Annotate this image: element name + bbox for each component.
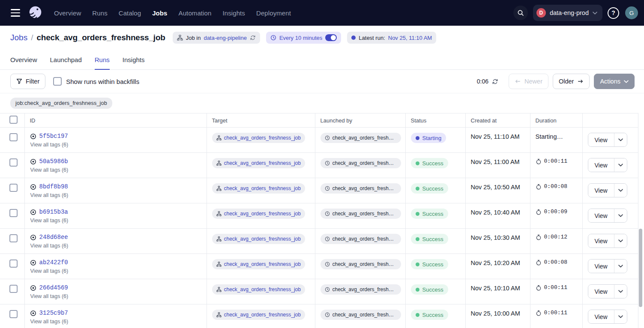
newer-button[interactable]: Newer <box>509 74 548 89</box>
row-checkbox[interactable] <box>9 209 18 217</box>
nav-item-catalog[interactable]: Catalog <box>119 9 141 17</box>
target-name: check_avg_orders_freshness_job <box>224 211 301 217</box>
target-name: check_avg_orders_freshness_job <box>224 312 301 318</box>
runs-table-area: ID Target Launched by Status Created at … <box>0 113 644 328</box>
table-header-row: ID Target Launched by Status Created at … <box>0 113 638 128</box>
tab-overview[interactable]: Overview <box>10 56 37 70</box>
view-all-tags-link[interactable]: View all tags (6) <box>30 218 202 224</box>
view-dropdown-button[interactable] <box>614 234 627 247</box>
show-backfills-checkbox[interactable] <box>53 77 62 86</box>
nav-item-jobs[interactable]: Jobs <box>152 9 167 17</box>
hamburger-menu-icon[interactable] <box>7 4 24 21</box>
view-dropdown-button[interactable] <box>614 158 627 172</box>
target-pill[interactable]: check_avg_orders_freshness_job <box>212 284 305 295</box>
row-checkbox[interactable] <box>9 158 18 167</box>
run-id-link[interactable]: ab2422f0 <box>39 259 68 266</box>
row-checkbox[interactable] <box>9 184 18 192</box>
target-pill[interactable]: check_avg_orders_freshness_job <box>212 158 305 168</box>
search-button[interactable] <box>513 6 528 20</box>
tab-launchpad[interactable]: Launchpad <box>50 56 82 70</box>
pipeline-link[interactable]: data-eng-pipeline <box>204 35 246 41</box>
view-button[interactable]: View <box>588 310 614 323</box>
view-all-tags-link[interactable]: View all tags (6) <box>30 268 202 274</box>
view-all-tags-link[interactable]: View all tags (6) <box>30 167 202 173</box>
view-all-tags-link[interactable]: View all tags (6) <box>30 192 202 198</box>
dagster-logo-icon[interactable] <box>27 4 44 21</box>
view-button[interactable]: View <box>588 209 614 222</box>
reload-icon[interactable] <box>250 35 256 41</box>
target-pill[interactable]: check_avg_orders_freshness_job <box>212 183 305 194</box>
run-id-link[interactable]: b6915b3a <box>39 209 68 215</box>
launched-by-pill[interactable]: check_avg_orders_freshn… <box>321 284 401 295</box>
view-dropdown-button[interactable] <box>614 133 627 146</box>
nav-item-automation[interactable]: Automation <box>179 9 212 17</box>
refresh-icon[interactable] <box>492 78 498 85</box>
run-id-link[interactable]: 5f5bc197 <box>39 133 68 140</box>
launched-by-pill[interactable]: check_avg_orders_freshn… <box>321 158 401 168</box>
schedule-clock-icon <box>325 236 330 242</box>
target-pill[interactable]: check_avg_orders_freshness_job <box>212 209 305 219</box>
actions-button[interactable]: Actions <box>594 74 635 89</box>
view-all-tags-link[interactable]: View all tags (6) <box>30 319 202 325</box>
view-button[interactable]: View <box>588 133 614 146</box>
view-button-group: View <box>588 183 627 197</box>
nav-item-runs[interactable]: Runs <box>92 9 107 17</box>
job-tabs: Overview Launchpad Runs Insights <box>0 50 644 70</box>
nav-item-insights[interactable]: Insights <box>222 9 245 17</box>
run-id-link[interactable]: 50a5986b <box>39 158 68 165</box>
workspace-switcher[interactable]: D data-eng-prod <box>533 5 602 21</box>
created-at: Nov 25, 10:30 AM <box>471 234 520 241</box>
view-dropdown-button[interactable] <box>614 285 627 298</box>
launched-by-pill[interactable]: check_avg_orders_freshn… <box>321 133 401 143</box>
user-avatar[interactable]: G <box>625 6 638 19</box>
run-id-link[interactable]: 266d4569 <box>39 284 68 291</box>
vertical-scrollbar[interactable] <box>639 229 642 307</box>
row-checkbox[interactable] <box>9 259 18 268</box>
view-all-tags-link[interactable]: View all tags (6) <box>30 243 202 249</box>
view-dropdown-button[interactable] <box>614 184 627 197</box>
run-id-link[interactable]: 8bdf8b98 <box>39 183 68 190</box>
launched-by-pill[interactable]: check_avg_orders_freshn… <box>321 259 401 269</box>
job-graph-icon <box>216 161 222 166</box>
target-pill[interactable]: check_avg_orders_freshness_job <box>212 259 305 269</box>
view-button[interactable]: View <box>588 285 614 298</box>
schedule-clock-icon <box>325 161 330 166</box>
target-pill[interactable]: check_avg_orders_freshness_job <box>212 133 305 143</box>
run-id-link[interactable]: 3125c9b7 <box>39 310 68 316</box>
row-checkbox[interactable] <box>9 234 18 242</box>
row-checkbox[interactable] <box>9 133 18 141</box>
launched-by-pill[interactable]: check_avg_orders_freshn… <box>321 183 401 194</box>
view-dropdown-button[interactable] <box>614 310 627 323</box>
row-checkbox[interactable] <box>9 285 18 293</box>
target-pill[interactable]: check_avg_orders_freshness_job <box>212 310 305 320</box>
view-all-tags-link[interactable]: View all tags (6) <box>30 293 202 299</box>
select-all-checkbox[interactable] <box>9 116 18 124</box>
target-pill[interactable]: check_avg_orders_freshness_job <box>212 234 305 244</box>
launched-by-pill[interactable]: check_avg_orders_freshn… <box>321 209 401 219</box>
launched-by-pill[interactable]: check_avg_orders_freshn… <box>321 234 401 244</box>
filter-button[interactable]: Filter <box>10 74 45 89</box>
view-button[interactable]: View <box>588 259 614 273</box>
job-filter-tag[interactable]: job:check_avg_orders_freshness_job <box>10 98 112 109</box>
schedule-toggle[interactable] <box>325 34 337 41</box>
older-button[interactable]: Older <box>553 74 590 89</box>
view-button[interactable]: View <box>588 184 614 197</box>
breadcrumb-jobs-link[interactable]: Jobs <box>10 33 27 42</box>
row-checkbox[interactable] <box>9 310 18 318</box>
view-button[interactable]: View <box>588 234 614 247</box>
help-icon[interactable]: ? <box>608 7 619 19</box>
run-id-link[interactable]: 248d68ee <box>39 234 68 241</box>
launched-by-pill[interactable]: check_avg_orders_freshn… <box>321 310 401 320</box>
latest-run-link[interactable]: Nov 25, 11:10 AM <box>388 35 432 41</box>
view-dropdown-button[interactable] <box>614 259 627 273</box>
view-dropdown-button[interactable] <box>614 209 627 222</box>
stopwatch-icon <box>536 310 542 316</box>
column-header-created-at: Created at <box>465 113 530 128</box>
tab-runs[interactable]: Runs <box>95 56 110 70</box>
tab-insights[interactable]: Insights <box>123 56 145 70</box>
nav-item-deployment[interactable]: Deployment <box>256 9 291 17</box>
nav-item-overview[interactable]: Overview <box>54 9 81 17</box>
view-button[interactable]: View <box>588 158 614 172</box>
view-all-tags-link[interactable]: View all tags (6) <box>30 142 202 148</box>
stopwatch-icon <box>536 285 542 291</box>
